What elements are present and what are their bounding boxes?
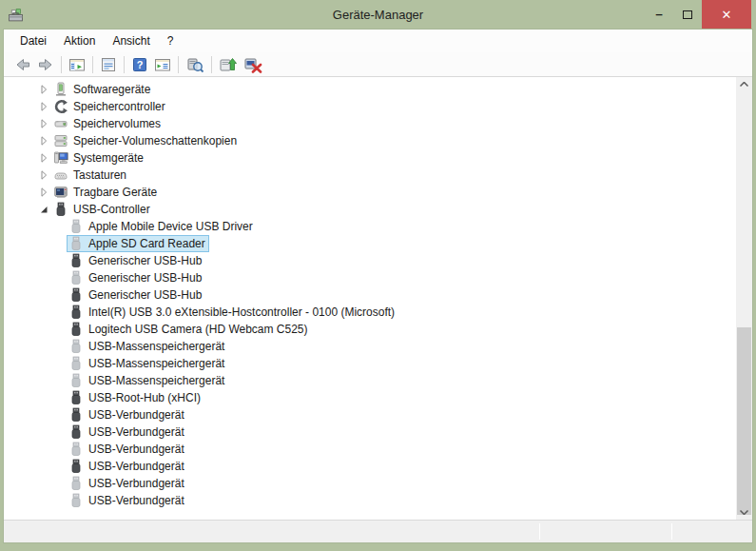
svg-text:?: ? [137,59,144,70]
device-manager-window: Geräte-Manager ‒ ✕ Datei Aktion Ansicht … [0,0,756,551]
scrollbar-thumb[interactable] [737,327,751,515]
scroll-down-button[interactable] [736,505,752,520]
expander-icon[interactable] [36,116,51,131]
keyboard-icon [53,167,68,183]
menu-hilfe[interactable]: ? [159,31,183,50]
expander-icon[interactable] [36,133,51,148]
menubar: Datei Aktion Ansicht ? [4,30,752,52]
tree-item[interactable]: Speicher-Volumeschattenkopien [4,132,736,149]
shadow-copy-icon [53,133,68,148]
usb-icon [68,476,84,491]
scroll-up-button[interactable] [736,77,752,91]
tree-item[interactable]: Generischer USB-Hub [4,269,736,286]
titlebar[interactable]: Geräte-Manager ‒ ✕ [0,0,756,29]
toolbar-separator [124,56,125,73]
tree-item[interactable]: Speichervolumes [4,115,736,132]
usb-icon [68,270,84,285]
update-driver-icon [219,56,238,73]
toolbar-separator [211,56,212,73]
back-button[interactable] [11,54,34,75]
portable-device-icon [53,185,68,200]
expander-icon[interactable] [36,167,51,183]
uninstall-device-button[interactable] [241,54,265,75]
usb-icon [68,442,84,457]
tree-item[interactable]: Generischer USB-Hub [4,286,736,304]
show-console-tree-button[interactable] [66,54,88,75]
usb-icon [68,219,84,234]
tree-item[interactable]: USB-Verbundgerät [4,492,736,509]
tree-item[interactable]: Intel(R) USB 3.0 eXtensible-Hostcontroll… [4,304,736,321]
usb-icon [68,493,84,508]
scan-hardware-changes-button[interactable] [183,54,207,75]
scan-hardware-changes-icon [185,56,204,73]
action-pane-icon [154,56,171,73]
tree-item[interactable]: USB-Massenspeichergerät [4,338,736,355]
storage-controller-icon [53,99,68,114]
tree-item[interactable]: Tragbare Geräte [4,184,736,201]
usb-icon [53,202,68,217]
usb-icon [68,407,84,423]
usb-icon [68,236,84,251]
minimize-button[interactable]: ‒ [645,0,673,29]
expander-icon[interactable] [36,185,51,200]
tree-item[interactable]: USB-Verbundgerät [4,441,736,458]
tree-item[interactable]: USB-Controller [4,201,736,218]
tree-item[interactable]: Softwaregeräte [4,81,736,98]
usb-icon [68,287,84,303]
tree-item[interactable]: USB-Verbundgerät [4,458,736,475]
expander-icon[interactable] [36,150,51,166]
show-console-tree-icon [68,56,86,73]
scroll-up-icon [740,82,748,87]
statusbar [4,520,752,542]
back-icon [14,56,31,73]
properties-button[interactable] [97,54,120,75]
usb-icon [68,373,84,388]
menu-datei[interactable]: Datei [11,31,55,50]
uninstall-device-icon [243,56,262,73]
system-device-icon [53,150,68,166]
tree-item[interactable]: USB-Root-Hub (xHCI) [4,389,736,406]
tree-item[interactable]: Systemgeräte [4,149,736,167]
usb-icon [68,305,84,320]
tree-item[interactable]: USB-Massenspeichergerät [4,372,736,389]
action-pane-button[interactable] [151,54,174,75]
maximize-icon [683,10,692,19]
vertical-scrollbar[interactable] [736,77,752,520]
tree-item[interactable]: Apple Mobile Device USB Driver [4,218,736,235]
menu-aktion[interactable]: Aktion [55,31,104,50]
usb-icon [68,424,84,440]
scroll-down-icon [740,510,748,515]
usb-icon [68,459,84,474]
maximize-button[interactable] [673,0,702,29]
tree-item[interactable]: USB-Verbundgerät [4,423,736,441]
toolbar-separator [92,56,93,73]
tree-item[interactable]: USB-Verbundgerät [4,406,736,423]
properties-icon [100,56,117,73]
forward-button[interactable] [34,54,57,75]
expander-icon[interactable] [36,99,51,114]
help-button[interactable]: ? [128,54,151,75]
tree-item[interactable]: USB-Massenspeichergerät [4,355,736,372]
window-title: Geräte-Manager [0,8,756,22]
tree-item[interactable]: USB-Verbundgerät [4,475,736,492]
toolbar-separator [178,56,179,73]
statusbar-separator [539,523,540,540]
tree-item[interactable]: Generischer USB-Hub [4,252,736,269]
usb-icon [68,356,84,371]
device-tree: Softwaregeräte Speichercontroller Speich… [4,81,736,509]
tree-item[interactable]: Speichercontroller [4,98,736,115]
usb-icon [68,253,84,268]
update-driver-button[interactable] [216,54,241,75]
usb-icon [68,339,84,354]
expander-icon[interactable] [36,202,51,217]
forward-icon [37,56,54,73]
menu-ansicht[interactable]: Ansicht [104,31,158,50]
usb-icon [68,390,84,405]
tree-item[interactable]: Logitech USB Camera (HD Webcam C525) [4,321,736,338]
software-device-icon [53,82,68,97]
tree-item-selected[interactable]: Apple SD Card Reader [4,235,736,252]
close-button[interactable]: ✕ [702,0,751,29]
tree-item[interactable]: Tastaturen [4,167,736,184]
expander-icon[interactable] [36,82,51,97]
device-tree-panel: Softwaregeräte Speichercontroller Speich… [4,77,752,520]
